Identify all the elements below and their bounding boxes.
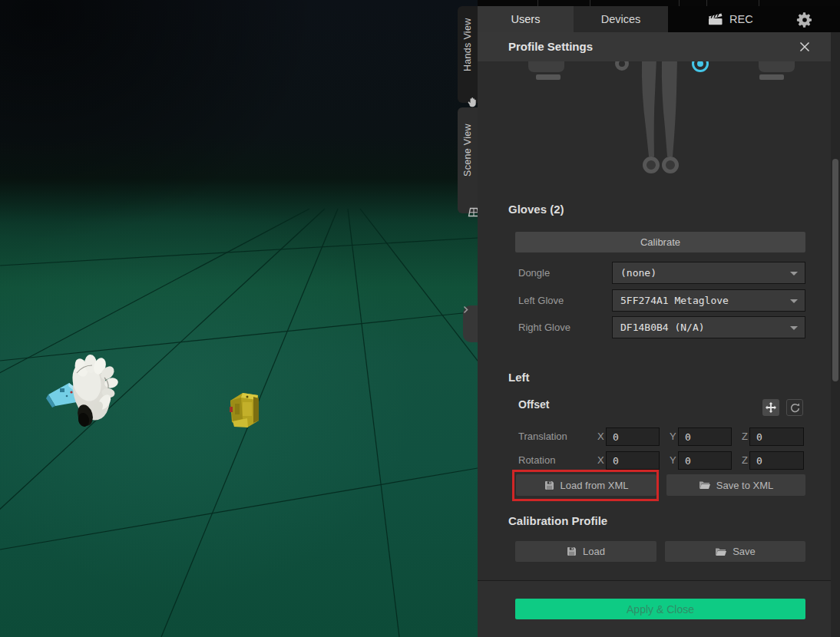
right-glove-label: Right Glove (518, 322, 570, 333)
top-strip (478, 0, 840, 6)
close-icon (799, 41, 810, 52)
settings-panel: R 2 Users (478, 0, 840, 637)
hands-view-label: Hands View (458, 9, 478, 80)
gloves-heading: Gloves (2) (508, 203, 564, 216)
clapperboard-icon (708, 13, 723, 25)
tab-scene-view[interactable]: Scene View (458, 107, 478, 213)
calibration-load-button[interactable]: Load (515, 541, 656, 562)
translation-y-field[interactable]: 0 (678, 427, 732, 446)
save-to-xml-label: Save to XML (716, 480, 773, 491)
chevron-down-icon (790, 272, 798, 276)
left-glove-label: Left Glove (518, 295, 564, 306)
translation-y-value: 0 (685, 431, 691, 443)
dongle-dropdown[interactable]: (none) (612, 262, 805, 284)
yellow-object (230, 393, 259, 427)
rotation-z-value: 0 (756, 455, 762, 467)
legs-silhouette (636, 58, 683, 160)
translation-z-field[interactable]: 0 (749, 427, 804, 446)
gear-icon (795, 11, 814, 29)
panel-title: Profile Settings (508, 40, 593, 53)
chevron-right-icon (463, 305, 468, 314)
rotation-x-value: 0 (613, 455, 619, 467)
rotation-x-field[interactable]: 0 (606, 451, 660, 470)
translation-label: Translation (518, 431, 567, 442)
tab-hands-view[interactable]: Hands View (458, 6, 478, 103)
dongle-value: (none) (620, 267, 656, 279)
translate-tool-button[interactable] (762, 399, 779, 416)
tab-users[interactable]: Users (478, 6, 574, 32)
offset-heading: Offset (518, 398, 549, 411)
close-button[interactable] (797, 40, 812, 54)
rotation-y-field[interactable]: 0 (678, 451, 732, 470)
left-card-bar (759, 74, 784, 80)
rotation-z-field[interactable]: 0 (749, 451, 804, 470)
chevron-down-icon (790, 326, 798, 330)
apply-close-button[interactable]: Apply & Close (515, 599, 805, 619)
rotate-icon (789, 402, 801, 414)
axis-x-label: X (597, 431, 604, 442)
chevron-down-icon (790, 299, 798, 303)
apply-close-label: Apply & Close (627, 603, 694, 616)
left-heading: Left (508, 371, 530, 384)
axis-y-label: Y (670, 454, 676, 466)
scene-3d-render (0, 0, 478, 637)
panel-header: Profile Settings (478, 32, 831, 61)
tab-devices[interactable]: Devices (574, 6, 668, 32)
hand-model (46, 355, 119, 428)
axis-x-label: X (597, 454, 604, 466)
settings-gear-button[interactable] (795, 11, 814, 29)
translation-x-field[interactable]: 0 (606, 427, 660, 446)
record-button[interactable]: REC (708, 6, 753, 32)
calibration-profile-heading: Calibration Profile (508, 514, 607, 527)
dongle-label: Dongle (518, 267, 550, 279)
axis-z-label: Z (742, 431, 748, 442)
record-zone: REC (668, 6, 840, 32)
right-glove-dropdown[interactable]: DF14B0B4 (N/A) (612, 316, 805, 338)
foot-tracker-right (662, 157, 679, 173)
scene-view-label: Scene View (458, 111, 478, 190)
calibration-load-label: Load (583, 546, 605, 557)
scrollbar-thumb[interactable] (832, 159, 838, 381)
top-tab-bar: Users Devices REC (478, 6, 840, 32)
floppy-save-icon (567, 546, 577, 556)
calibrate-label: Calibrate (640, 236, 680, 248)
folder-open-icon (715, 547, 726, 556)
foot-tracker-left (643, 157, 660, 173)
folder-open-icon (699, 480, 710, 490)
rotation-label: Rotation (518, 454, 555, 466)
right-card-bar (536, 74, 561, 80)
left-glove-dropdown[interactable]: 5FF274A1 Metaglove (612, 289, 805, 312)
save-to-xml-button[interactable]: Save to XML (666, 474, 805, 496)
right-glove-value: DF14B0B4 (N/A) (620, 322, 705, 333)
calibration-save-label: Save (733, 546, 756, 557)
highlight-red-box (512, 470, 659, 501)
tab-devices-label: Devices (601, 13, 641, 25)
axis-z-label: Z (742, 454, 748, 466)
rotate-tool-button[interactable] (786, 399, 803, 416)
application-window: Hands View Scene View R (0, 0, 840, 637)
left-glove-value: 5FF274A1 Metaglove (620, 295, 729, 306)
scene-viewport[interactable]: Hands View Scene View (0, 0, 478, 637)
move-arrows-icon (765, 401, 777, 414)
translation-z-value: 0 (756, 431, 762, 443)
panel-expand-handle[interactable] (463, 305, 478, 342)
rec-label: REC (729, 13, 753, 25)
calibrate-button[interactable]: Calibrate (515, 232, 805, 252)
calibration-save-button[interactable]: Save (665, 541, 805, 562)
axis-y-label: Y (670, 431, 676, 442)
rotation-y-value: 0 (685, 455, 691, 467)
tab-users-label: Users (511, 13, 541, 25)
translation-x-value: 0 (613, 431, 619, 443)
